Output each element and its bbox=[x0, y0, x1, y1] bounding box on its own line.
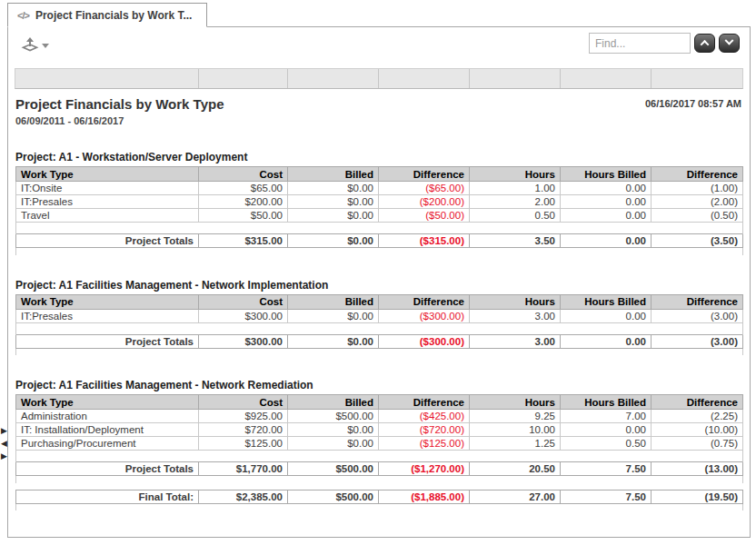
table-cell: $925.00 bbox=[199, 410, 288, 423]
table-cell: 27.00 bbox=[470, 490, 561, 503]
code-icon: </> bbox=[17, 10, 29, 21]
table-cell: $0.00 bbox=[288, 423, 379, 437]
financials-table: Work TypeCostBilledDifferenceHoursHours … bbox=[15, 166, 743, 255]
work-type-cell: Final Total: bbox=[16, 490, 199, 503]
financials-table: Work TypeCostBilledDifferenceHoursHours … bbox=[15, 394, 743, 483]
column-header: Billed bbox=[288, 167, 379, 182]
row-marker-right-icon: ▶ bbox=[1, 452, 7, 461]
spacer-row bbox=[16, 451, 743, 462]
table-cell: ($1,270.00) bbox=[379, 462, 470, 476]
table-cell: (10.00) bbox=[652, 423, 743, 437]
column-header: Cost bbox=[199, 395, 288, 410]
table-cell: $0.00 bbox=[288, 234, 379, 248]
table-row: IT:Presales$200.00$0.00($200.00)2.000.00… bbox=[16, 195, 743, 209]
tab-project-financials[interactable]: </> Project Financials by Work T... bbox=[7, 3, 207, 27]
table-cell: ($315.00) bbox=[379, 234, 470, 248]
table-cell: 3.00 bbox=[470, 334, 561, 348]
table-cell: (19.50) bbox=[652, 490, 743, 503]
table-cell: 3.00 bbox=[470, 309, 561, 322]
table-cell: 10.00 bbox=[470, 423, 561, 437]
toolbar bbox=[8, 27, 750, 61]
band-cell bbox=[469, 69, 560, 88]
table-cell: $0.00 bbox=[288, 195, 379, 209]
table-cell: (13.00) bbox=[652, 462, 743, 476]
column-header: Hours Billed bbox=[561, 167, 652, 182]
band-cell bbox=[198, 69, 287, 88]
table-cell: $300.00 bbox=[199, 309, 288, 322]
table-cell: 20.50 bbox=[470, 462, 561, 476]
table-cell: (2.25) bbox=[652, 410, 743, 423]
table-cell: ($200.00) bbox=[379, 195, 470, 209]
table-cell: 7.50 bbox=[561, 462, 652, 476]
column-header: Hours bbox=[470, 395, 561, 410]
empty-cell bbox=[16, 322, 743, 334]
row-marker-right-icon: ▶ bbox=[1, 427, 7, 435]
table-cell: (1.00) bbox=[652, 182, 743, 195]
table-cell: $50.00 bbox=[199, 209, 288, 223]
table-row: Travel$50.00$0.00($50.00)0.500.00(0.50) bbox=[16, 209, 743, 223]
column-header: Hours Billed bbox=[561, 395, 652, 410]
trailer-row bbox=[16, 503, 743, 510]
table-cell: $0.00 bbox=[288, 209, 379, 223]
work-type-cell: IT:Onsite bbox=[16, 182, 199, 195]
table-row: Administration$925.00$500.00($425.00)9.2… bbox=[16, 410, 743, 423]
row-marker-left-icon: ◀ bbox=[1, 440, 7, 448]
project-totals-row: Project Totals$1,770.00$500.00($1,270.00… bbox=[16, 462, 743, 476]
project-totals-row: Project Totals$300.00$0.00($300.00)3.000… bbox=[16, 334, 743, 348]
table-cell: ($425.00) bbox=[379, 410, 470, 423]
work-type-cell: IT: Installation/Deployment bbox=[16, 423, 199, 437]
report-header: Project Financials by Work Type 06/09/20… bbox=[15, 96, 741, 126]
table-cell: $500.00 bbox=[288, 410, 379, 423]
column-header-band bbox=[15, 68, 743, 89]
chevron-down-icon bbox=[725, 36, 734, 45]
table-cell: 7.50 bbox=[561, 490, 652, 503]
table-cell: 0.50 bbox=[470, 209, 561, 223]
table-row: IT:Onsite$65.00$0.00($65.00)1.000.00(1.0… bbox=[16, 182, 743, 195]
column-header: Difference bbox=[652, 294, 743, 309]
table-cell: 1.25 bbox=[470, 437, 561, 451]
work-type-cell: Project Totals bbox=[16, 462, 199, 476]
table-cell: (3.00) bbox=[652, 309, 743, 322]
table-cell: ($300.00) bbox=[379, 334, 470, 348]
band-cell bbox=[15, 69, 198, 88]
find-input[interactable] bbox=[589, 33, 691, 54]
report-sections: Project: A1 - Workstation/Server Deploym… bbox=[15, 151, 742, 510]
table-cell: (3.50) bbox=[652, 234, 743, 248]
column-header: Hours Billed bbox=[561, 294, 652, 309]
table-cell: (0.75) bbox=[652, 437, 743, 451]
final-total-table: Final Total:$2,385.00$500.00($1,885.00)2… bbox=[15, 490, 743, 511]
work-type-cell: Project Totals bbox=[16, 334, 199, 348]
header-row: Work TypeCostBilledDifferenceHoursHours … bbox=[16, 395, 743, 410]
column-header: Billed bbox=[288, 395, 379, 410]
column-header: Difference bbox=[379, 294, 470, 309]
table-cell: (2.00) bbox=[652, 195, 743, 209]
trailer-row bbox=[16, 248, 743, 255]
column-header: Difference bbox=[379, 395, 470, 410]
column-header: Work Type bbox=[16, 395, 199, 410]
trailer-row bbox=[16, 348, 743, 355]
table-cell: ($125.00) bbox=[379, 437, 470, 451]
empty-cell bbox=[16, 248, 743, 255]
table-row: IT:Presales$300.00$0.00($300.00)3.000.00… bbox=[16, 309, 743, 322]
empty-cell bbox=[16, 476, 743, 483]
band-cell bbox=[651, 69, 742, 88]
find-next-button[interactable] bbox=[719, 34, 740, 53]
table-cell: 7.00 bbox=[561, 410, 652, 423]
table-cell: (3.00) bbox=[652, 334, 743, 348]
work-type-cell: Travel bbox=[16, 209, 199, 223]
find-previous-button[interactable] bbox=[694, 34, 715, 53]
header-row: Work TypeCostBilledDifferenceHoursHours … bbox=[16, 167, 743, 182]
table-cell: 0.00 bbox=[561, 209, 652, 223]
empty-cell bbox=[16, 451, 743, 462]
column-header: Work Type bbox=[16, 294, 199, 309]
table-cell: ($50.00) bbox=[379, 209, 470, 223]
table-cell: 0.00 bbox=[561, 234, 652, 248]
export-button[interactable] bbox=[19, 34, 51, 55]
table-cell: $200.00 bbox=[199, 195, 288, 209]
header-row: Work TypeCostBilledDifferenceHoursHours … bbox=[16, 294, 743, 309]
spacer-row bbox=[16, 223, 743, 234]
final-total-row: Final Total:$2,385.00$500.00($1,885.00)2… bbox=[16, 490, 743, 503]
table-row: Purchasing/Procurement$125.00$0.00($125.… bbox=[16, 437, 743, 451]
empty-cell bbox=[16, 348, 743, 355]
table-cell: $1,770.00 bbox=[199, 462, 288, 476]
